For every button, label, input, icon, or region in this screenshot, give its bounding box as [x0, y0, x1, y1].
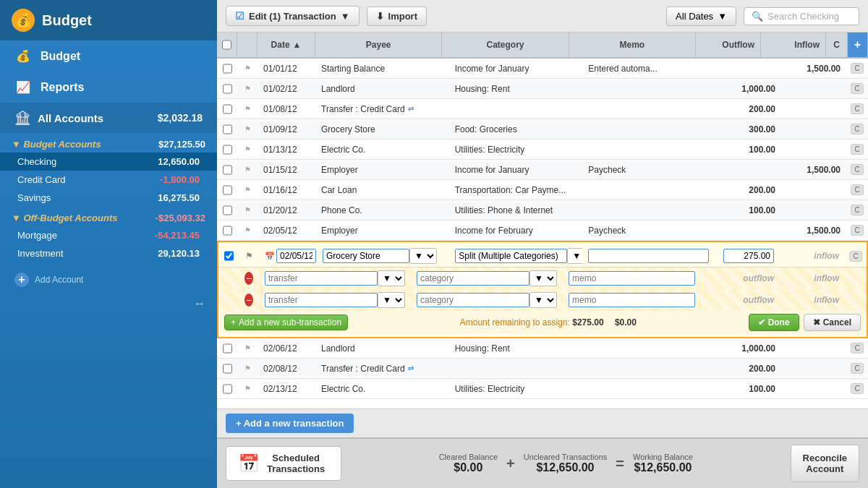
- category-input[interactable]: [455, 249, 567, 263]
- editing-payee-cell[interactable]: ▼: [317, 245, 449, 267]
- editing-category-cell[interactable]: ▼: [449, 245, 582, 267]
- row-c-cell[interactable]: C: [846, 202, 868, 218]
- th-inflow[interactable]: Inflow: [761, 33, 826, 57]
- import-btn[interactable]: ⬇ Import: [367, 7, 427, 26]
- row-c-cell[interactable]: C: [846, 222, 868, 239]
- th-checkbox[interactable]: [217, 33, 237, 57]
- row-checkbox-cell[interactable]: [217, 101, 237, 117]
- row-checkbox-cell[interactable]: [217, 202, 237, 218]
- sub2-payee-dropdown[interactable]: ▼: [378, 292, 405, 308]
- th-c: C: [826, 33, 848, 57]
- th-payee[interactable]: Payee: [315, 33, 442, 57]
- row-checkbox-cell[interactable]: [217, 223, 237, 239]
- memo-input[interactable]: [588, 249, 709, 263]
- row-checkbox-cell[interactable]: [217, 361, 237, 377]
- row-c-cell[interactable]: C: [846, 161, 868, 178]
- all-accounts-row[interactable]: 🏦 All Accounts $2,032.18: [0, 103, 217, 133]
- row-c-cell[interactable]: C: [846, 121, 868, 137]
- account-savings[interactable]: Savings 16,275.50: [0, 189, 217, 207]
- account-investment[interactable]: Investment 29,120.13: [0, 244, 217, 262]
- row-checkbox[interactable]: [223, 124, 232, 134]
- editing-checkbox-cell[interactable]: [218, 248, 239, 264]
- sub2-category-input[interactable]: [417, 293, 529, 307]
- sub1-payee-dropdown[interactable]: ▼: [378, 270, 405, 286]
- row-checkbox-cell[interactable]: [217, 182, 237, 198]
- payee-input[interactable]: [323, 249, 409, 263]
- remove-sub-2-btn[interactable]: −: [244, 294, 253, 307]
- row-c-cell[interactable]: C: [846, 141, 868, 158]
- sub1-category-input[interactable]: [417, 271, 529, 286]
- editing-date-cell[interactable]: 📅: [259, 246, 317, 266]
- cancel-btn[interactable]: ✖ Cancel: [804, 314, 861, 331]
- app-logo[interactable]: 💰 Budget: [0, 0, 217, 40]
- done-btn[interactable]: ✔ Done: [749, 314, 799, 331]
- sidebar-toggle[interactable]: ↔: [0, 294, 217, 313]
- account-credit-card[interactable]: Credit Card -1,800.00: [0, 171, 217, 189]
- scheduled-transactions-btn[interactable]: 📅 ScheduledTransactions: [226, 446, 341, 481]
- outflow-input[interactable]: [723, 249, 774, 263]
- th-add-col[interactable]: +: [848, 33, 868, 57]
- row-memo: [582, 187, 716, 193]
- add-transaction-btn[interactable]: + Add a new transaction: [226, 414, 354, 433]
- row-c-cell[interactable]: C: [846, 60, 868, 77]
- row-checkbox[interactable]: [223, 165, 232, 175]
- sub1-category-dropdown[interactable]: ▼: [529, 270, 557, 286]
- row-c-cell[interactable]: C: [846, 181, 868, 198]
- row-checkbox[interactable]: [223, 185, 232, 195]
- date-input[interactable]: [276, 249, 316, 263]
- sidebar-item-budget[interactable]: 💰 Budget: [0, 40, 217, 72]
- sub2-outflow-placeholder: outflow: [743, 295, 774, 305]
- editing-outflow-cell[interactable]: [715, 246, 780, 266]
- row-c-cell[interactable]: C: [846, 360, 868, 377]
- category-dropdown[interactable]: ▼: [567, 248, 582, 264]
- th-memo[interactable]: Memo: [569, 33, 696, 57]
- row-checkbox[interactable]: [223, 84, 232, 94]
- checkbox-icon: ☑: [235, 10, 244, 22]
- editing-inflow-cell[interactable]: inflow: [780, 248, 845, 264]
- row-checkbox-cell[interactable]: [217, 61, 237, 77]
- editing-main-row: ⚑ 📅 ▼ ▼: [218, 245, 867, 267]
- sub1-memo-input[interactable]: [569, 271, 695, 286]
- th-outflow[interactable]: Outflow: [696, 33, 761, 57]
- th-category[interactable]: Category: [442, 33, 569, 57]
- sub2-memo-input[interactable]: [569, 293, 695, 307]
- remove-sub-1-btn[interactable]: −: [244, 272, 253, 285]
- sub2-payee-input[interactable]: [265, 293, 378, 307]
- row-c-cell[interactable]: C: [846, 80, 868, 97]
- row-checkbox-cell[interactable]: [217, 162, 237, 178]
- row-checkbox-cell[interactable]: [217, 341, 237, 356]
- row-checkbox-cell[interactable]: [217, 142, 237, 158]
- row-checkbox[interactable]: [223, 384, 232, 394]
- editing-memo-cell[interactable]: [582, 246, 715, 266]
- row-c-cell[interactable]: C: [846, 100, 868, 117]
- row-c-cell[interactable]: C: [846, 340, 868, 356]
- reconcile-btn[interactable]: ReconcileAccount: [791, 445, 859, 482]
- row-checkbox[interactable]: [223, 343, 232, 354]
- row-checkbox[interactable]: [223, 145, 232, 155]
- row-checkbox[interactable]: [223, 364, 232, 374]
- search-box[interactable]: 🔍 Search Checking: [744, 7, 859, 25]
- dates-filter-btn[interactable]: All Dates ▼: [666, 7, 736, 26]
- select-all-checkbox[interactable]: [222, 40, 231, 50]
- row-checkbox[interactable]: [223, 205, 232, 215]
- sub2-category-dropdown[interactable]: ▼: [529, 292, 557, 308]
- table-row: ⚑ 01/15/12 Employer Income for January P…: [217, 160, 868, 180]
- edit-transaction-btn[interactable]: ☑ Edit (1) Transaction ▼: [226, 6, 359, 26]
- account-checking[interactable]: Checking 12,650.00: [0, 153, 217, 171]
- row-checkbox[interactable]: [223, 64, 232, 74]
- th-date[interactable]: Date ▲: [258, 33, 315, 57]
- sub1-payee-input[interactable]: [265, 271, 378, 286]
- add-account-btn[interactable]: + Add Account: [0, 265, 217, 294]
- account-mortgage[interactable]: Mortgage -54,213.45: [0, 226, 217, 244]
- row-checkbox-cell[interactable]: [217, 381, 237, 397]
- table-row: ⚑ 01/01/12 Starting Balance Income for J…: [217, 59, 868, 79]
- row-checkbox-cell[interactable]: [217, 121, 237, 137]
- row-checkbox[interactable]: [223, 104, 232, 114]
- row-checkbox[interactable]: [223, 226, 232, 236]
- row-checkbox-cell[interactable]: [217, 81, 237, 97]
- payee-dropdown[interactable]: ▼: [409, 248, 437, 264]
- row-c-cell[interactable]: C: [846, 380, 868, 397]
- sidebar-item-reports[interactable]: 📈 Reports: [0, 72, 217, 103]
- editing-checkbox[interactable]: [224, 251, 234, 261]
- add-sub-transaction-btn[interactable]: + Add a new sub-transaction: [224, 314, 348, 330]
